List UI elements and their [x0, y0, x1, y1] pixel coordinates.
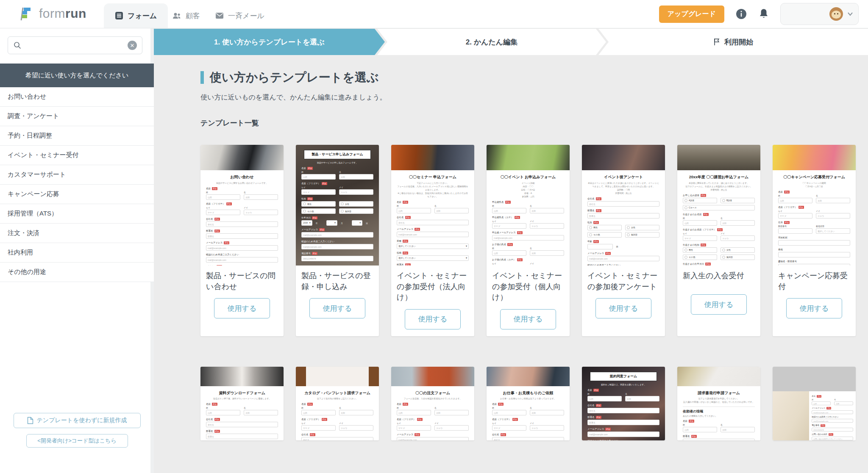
template-thumbnail[interactable]: 資料ダウンロードフォーム送信ボタン押下後、資料ダウンロードページに遷移します。名… [200, 367, 284, 440]
bell-icon[interactable] [758, 8, 769, 20]
required-badge: 必須 [512, 418, 518, 421]
template-thumbnail[interactable]: 20xx年度 〇〇講習お申込フォーム本講座に興味を持っていただき、誠にありがとう… [677, 145, 760, 266]
mini-field: メールアドレス必須mail@example.com [587, 252, 659, 261]
mini-field: 年齢必須歳 [587, 240, 659, 249]
sidebar-item[interactable]: 採用管理（ATS） [0, 204, 154, 224]
mini-field: 名前必須姓名山田太郎 [778, 191, 850, 203]
mini-field: 名前必須姓名山田太郎 [301, 167, 373, 180]
sidebar-item[interactable]: 注文・決済 [0, 224, 154, 243]
mini-field: 会社名必須会社名 [587, 197, 659, 207]
template-thumbnail[interactable]: 名前必須姓名山田太郎メールアドレス必須mail@example.com確認のため… [773, 367, 856, 440]
sidebar-item[interactable]: 予約・日程調整 [0, 126, 154, 146]
mini-form-note: 本日はイベントにご参加いただき誠にありがとうございます。イベントにつきまして、率… [587, 181, 659, 188]
required-badge: 必須 [224, 241, 229, 244]
mini-field: 生徒さまのお名前（フリガナ）必須セイメイヤマダタロウ [683, 228, 755, 241]
sidebar-item[interactable]: カスタマーサポート [0, 165, 154, 185]
thumbnail-photo [200, 145, 284, 170]
use-template-button[interactable]: 使用する [691, 294, 747, 315]
tab-customers[interactable]: 顧客 [161, 3, 211, 28]
required-badge: 必須 [593, 389, 599, 392]
tab-label: フォーム [128, 11, 157, 21]
thumbnail-photo [487, 367, 570, 386]
mini-field: 確認のため再度ご入力くださいmail@example.com [587, 264, 659, 266]
clear-search-icon[interactable]: ✕ [128, 41, 137, 50]
formrun-logo[interactable]: formrun [18, 5, 86, 22]
mini-form-title: 〇〇の注文フォーム [397, 390, 469, 396]
mini-field: 申込者メールアドレス必須mail@example.com [492, 231, 564, 241]
template-thumbnail[interactable]: 製品・サービス申し込みフォーム製品やサービスの申し込みフォームです。名前必須姓名… [296, 145, 379, 266]
required-badge: 必須 [307, 197, 313, 200]
use-template-button[interactable]: 使用する [595, 298, 651, 318]
required-badge: 必須 [507, 243, 513, 246]
mini-form-note: 以下のフォームに、生徒さまと保護者さまの情報をご記入ください。 [683, 185, 755, 188]
template-thumbnail[interactable]: イベント後アンケート本日はイベントにご参加いただき誠にありがとうございます。イベ… [582, 145, 665, 266]
required-badge: 必須 [593, 240, 599, 243]
required-badge: 必須 [405, 216, 411, 219]
template-thumbnail[interactable]: 規約同意フォーム規約をご確認の上、同意をお願いいたします。名前必須姓名山田太郎会… [582, 367, 665, 440]
template-thumbnail[interactable]: 〇〇セミナー 申込フォーム下記フォームにご入力ください。フォームの送信後、入力い… [391, 145, 474, 266]
user-menu[interactable] [780, 3, 859, 25]
title-accent-bar [200, 71, 204, 84]
use-template-button[interactable]: 使用する [309, 298, 365, 318]
template-card: お問い合わせ製品やサービスに関するお問い合わせフォームです。名前必須姓名山田太郎… [200, 145, 284, 336]
template-card-title: イベント・セミナーの参加後アンケート [582, 266, 665, 294]
required-badge: 必須 [501, 433, 506, 436]
sidebar-item[interactable]: キャンペーン応募 [0, 185, 154, 204]
mini-form-title: 〇〇イベント お申込みフォーム [492, 174, 564, 180]
mini-form-note: 参加費：△円 [492, 195, 564, 198]
template-thumbnail[interactable]: カタログ・パンフレット請求フォーム以下より送付先の情報をご記入ください。名前必須… [296, 367, 379, 440]
mini-form-title: イベント後アンケート [587, 174, 659, 180]
mini-field: 名前（フリガナ）必須セイメイヤマダタロウ [397, 418, 469, 431]
mini-form-note: フォームの送信後、入力いただいたメールアドレス宛に詳しい開催情報をお送りします。 [397, 185, 469, 191]
required-badge: 必須 [701, 243, 706, 246]
use-template-button[interactable]: 使用する [500, 309, 556, 329]
required-badge: 必須 [403, 252, 408, 254]
use-template-button[interactable]: 使用する [405, 309, 461, 329]
required-badge: 必須 [817, 395, 821, 398]
sidebar-item[interactable]: 調査・アンケート [0, 107, 154, 126]
tab-forms[interactable]: フォーム [104, 3, 168, 28]
use-template-button[interactable]: 使用する [214, 298, 270, 318]
mini-form-note: 内容：〇〇 [492, 185, 564, 188]
required-badge: 必須 [705, 263, 711, 266]
mini-field: 電話番号必須09012345678 [206, 265, 278, 266]
thumbnail-photo [773, 391, 809, 440]
main-content: 1. 使い方からテンプレートを選ぶ 2. かんたん編集 利用開始 使い方からテン… [154, 28, 868, 473]
template-card-title: イベント・セミナーの参加受付（法人向け） [391, 266, 474, 305]
mini-form-title: 20xx年度 〇〇講習お申込フォーム [683, 174, 755, 180]
upgrade-button[interactable]: アップグレード [659, 6, 724, 23]
template-thumbnail[interactable]: 〇〇イベント お申込みフォームイベント詳細内容：〇〇日程：〇月×日会場：A参加費… [487, 145, 570, 266]
sidebar-item[interactable]: お問い合わせ [0, 87, 154, 107]
use-template-button[interactable]: 使用する [786, 298, 842, 318]
tab-bulk-mail[interactable]: 一斉メール [204, 3, 275, 28]
logo-text: formrun [39, 6, 86, 21]
mini-field: 部署名必須 [397, 263, 469, 266]
thumbnail-photo [487, 145, 570, 170]
template-thumbnail[interactable]: 〇〇キャンペーン応募受付フォーム〇〇キャンペーンの期間〇月×日～△月〇日名前必須… [773, 145, 856, 266]
template-card: お仕事・お見積もりのご依頼お仕事・お見積もりのご依頼は以下より承っております。名… [487, 367, 570, 440]
sidebar-item[interactable]: イベント・セミナー受付 [0, 146, 154, 165]
template-thumbnail[interactable]: お問い合わせ製品やサービスに関するお問い合わせフォームです。名前必須姓名山田太郎… [200, 145, 284, 266]
info-icon[interactable] [735, 8, 747, 20]
template-thumbnail[interactable]: 〇〇の注文フォームフォーム送信後、入金を確認次第発送させていただきます。名前必須… [391, 367, 474, 440]
search-input[interactable] [25, 41, 124, 50]
mini-field: 名前必須姓名山田太郎 [301, 403, 373, 415]
template-thumbnail[interactable]: 請求書発行申請フォーム以下より請求書発行を申請してください。記入漏れや間違いがな… [677, 367, 760, 440]
required-badge: 必須 [415, 228, 420, 231]
wizard-stepper: 1. 使い方からテンプレートを選ぶ 2. かんたん編集 利用開始 [154, 29, 868, 55]
sidebar-item[interactable]: その他の用途 [0, 263, 154, 282]
required-badge: 必須 [403, 240, 408, 243]
template-thumbnail[interactable]: お仕事・お見積もりのご依頼お仕事・お見積もりのご依頼は以下より承っております。名… [487, 367, 570, 440]
template-card: 規約同意フォーム規約をご確認の上、同意をお願いいたします。名前必須姓名山田太郎会… [582, 367, 665, 440]
developer-code-button[interactable]: <開発者向け>コード型はこちら [26, 434, 128, 448]
mini-field: 名前（フリガナ）必須セイメイヤマダタロウ [778, 206, 850, 219]
create-without-template-button[interactable]: テンプレートを使わずに新規作成 [14, 413, 141, 428]
template-card: 請求書発行申請フォーム以下より請求書発行を申請してください。記入漏れや間違いがな… [677, 367, 760, 440]
sidebar-item[interactable]: 社内利用 [0, 243, 154, 263]
mini-field: メールアドレス必須mail@example.com [206, 241, 278, 251]
mini-form-note: ※ご都合が合わない場合は、別途次回の日程をご案内いたしますのでお待ち下さい。 [397, 191, 469, 198]
required-badge: 必須 [593, 221, 599, 224]
template-card-title: キャンペーン応募受付 [773, 266, 856, 294]
required-badge: 必須 [312, 252, 317, 255]
required-badge: 必須 [717, 228, 723, 231]
